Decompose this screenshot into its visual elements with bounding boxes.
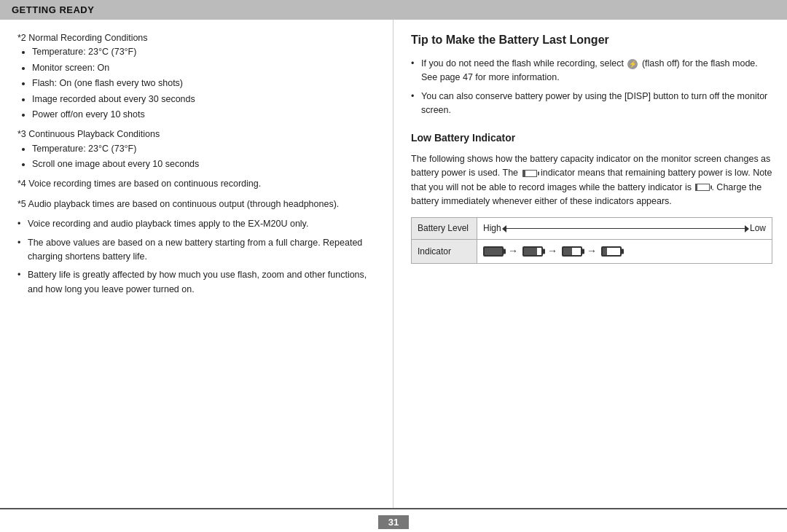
- arrow-line: [506, 228, 745, 229]
- list-item: Temperature: 23°C (73°F): [32, 45, 378, 59]
- indicator-label: Indicator: [412, 240, 477, 264]
- page-wrapper: GETTING READY *2 Normal Recording Condit…: [0, 0, 787, 532]
- battery-table: Battery Level High Low Indicator: [411, 217, 772, 263]
- arrow-char: →: [587, 243, 597, 259]
- page-number: 31: [378, 515, 409, 529]
- low-battery-desc: The following shows how the battery capa…: [411, 152, 772, 209]
- tip-para1-text: If you do not need the flash while recor…: [421, 57, 772, 85]
- battery-icon-low: [601, 246, 622, 257]
- high-label: High: [483, 222, 501, 235]
- battery-level-scale: High Low: [477, 218, 772, 240]
- battery-icon-full: [483, 246, 504, 257]
- bullet1-text: Voice recording and audio playback times…: [28, 217, 308, 231]
- low-label: Low: [750, 222, 766, 235]
- bullet-dot: •: [411, 57, 421, 85]
- tip-para1-block: • If you do not need the flash while rec…: [411, 57, 772, 85]
- header-title: GETTING READY: [12, 4, 94, 15]
- note2-list: Temperature: 23°C (73°F) Monitor screen:…: [17, 45, 378, 122]
- list-item: Temperature: 23°C (73°F): [32, 142, 378, 156]
- low-batt-icon-inline: [522, 170, 537, 177]
- bullet-dot: •: [17, 236, 28, 265]
- note5-block: *5 Audio playback times are based on con…: [17, 197, 378, 211]
- battery-icon-half: [562, 246, 582, 257]
- bullet3-text: Battery life is greatly affected by how …: [28, 268, 378, 297]
- bullet-dot: •: [17, 217, 28, 231]
- battery-icons: → → →: [483, 243, 766, 259]
- tip-paras: • If you do not need the flash while rec…: [411, 57, 772, 118]
- note2-title: *2 Normal Recording Conditions: [17, 31, 378, 45]
- tip-para2-text: You can also conserve battery power by u…: [421, 90, 772, 118]
- list-item: Scroll one image about every 10 seconds: [32, 157, 378, 171]
- bullet2-block: • The above values are based on a new ba…: [17, 236, 378, 265]
- note3-list: Temperature: 23°C (73°F) Scroll one imag…: [17, 142, 378, 172]
- note3-title: *3 Continuous Playback Conditions: [17, 128, 378, 141]
- note4-block: *4 Voice recording times are based on co…: [17, 177, 378, 191]
- bullet2-text: The above values are based on a new batt…: [28, 236, 378, 265]
- bullet1-block: • Voice recording and audio playback tim…: [17, 217, 378, 231]
- note4-text: *4 Voice recording times are based on co…: [17, 179, 261, 189]
- tip-title: Tip to Make the Battery Last Longer: [411, 31, 772, 50]
- bullet-dot: •: [17, 268, 28, 297]
- table-row-indicator: Indicator → →: [412, 240, 772, 264]
- note5-text: *5 Audio playback times are based on con…: [17, 199, 339, 209]
- note2-block: *2 Normal Recording Conditions Temperatu…: [17, 31, 378, 122]
- list-item: Image recorded about every 30 seconds: [32, 93, 378, 106]
- list-item: Monitor screen: On: [32, 61, 378, 75]
- main-content: *2 Normal Recording Conditions Temperatu…: [0, 20, 787, 508]
- table-row-level: Battery Level High Low: [412, 218, 772, 240]
- arrow-char: →: [547, 243, 557, 259]
- note3-block: *3 Continuous Playback Conditions Temper…: [17, 128, 378, 171]
- battery-icon-three-quarter: [522, 246, 543, 257]
- arrow-char: →: [508, 243, 518, 259]
- battery-level-label: Battery Level: [412, 218, 477, 240]
- flash-icon: [627, 59, 638, 69]
- bullet-dot: •: [411, 90, 421, 118]
- red-batt-icon-inline: [695, 184, 710, 191]
- list-item: Power off/on every 10 shots: [32, 108, 378, 122]
- page-footer: 31: [0, 508, 787, 532]
- indicator-icons-cell: → → →: [477, 240, 772, 264]
- tip-para2-block: • You can also conserve battery power by…: [411, 90, 772, 118]
- header-bar: GETTING READY: [0, 0, 787, 20]
- left-column: *2 Normal Recording Conditions Temperatu…: [0, 20, 394, 508]
- list-item: Flash: On (one flash every two shots): [32, 77, 378, 90]
- right-column: Tip to Make the Battery Last Longer • If…: [394, 20, 787, 508]
- bullet3-block: • Battery life is greatly affected by ho…: [17, 268, 378, 297]
- low-battery-title: Low Battery Indicator: [411, 130, 772, 146]
